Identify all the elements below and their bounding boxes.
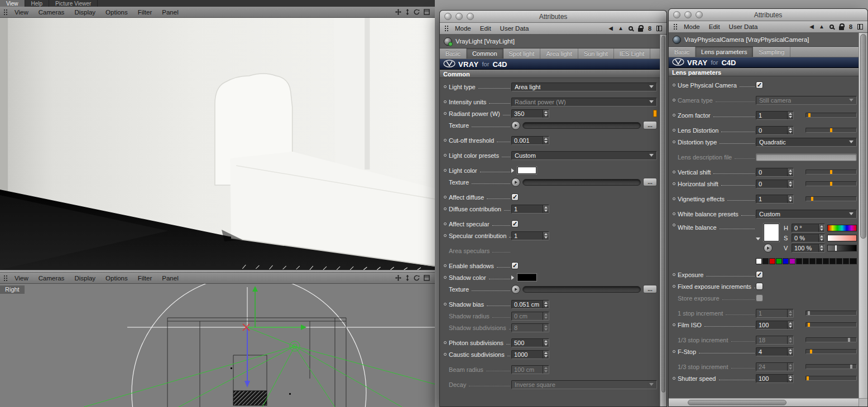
dropdown-camera-type[interactable]: Still camera [756, 96, 857, 105]
menu-options[interactable]: Options [100, 9, 133, 16]
slider-handle[interactable] [811, 197, 813, 201]
expand-icon[interactable] [511, 275, 514, 280]
drag-handle-icon[interactable] [444, 25, 449, 32]
menu-mode[interactable]: Mode [679, 23, 704, 30]
spinner-arrows-icon[interactable] [818, 234, 824, 242]
drag-handle-icon[interactable] [3, 275, 8, 282]
slider-1-stop-increment[interactable] [805, 311, 857, 316]
slider-handle[interactable] [830, 128, 832, 132]
field-film-iso[interactable]: 100 [756, 321, 794, 330]
palette-swatch[interactable] [796, 258, 802, 264]
keyframe-dot[interactable] [673, 84, 675, 86]
lock-icon[interactable] [638, 28, 643, 32]
checkbox-fixed-exposure-increments[interactable] [756, 283, 763, 290]
link-icon[interactable]: 8 [849, 24, 852, 30]
expand-icon[interactable] [756, 238, 760, 240]
field-shutter-speed[interactable]: 100 [756, 374, 794, 383]
menu-panel[interactable]: Panel [157, 9, 183, 16]
field-shadow-subdivisions[interactable]: 8 [511, 323, 549, 332]
menu-mode[interactable]: Mode [450, 25, 476, 32]
menu-display[interactable]: Display [69, 275, 100, 282]
zoom-button[interactable] [467, 13, 474, 20]
minimize-button[interactable] [684, 11, 692, 18]
dropdown-white-balance-presets[interactable]: Custom [756, 210, 857, 219]
keyframe-dot[interactable] [444, 100, 447, 103]
palette-swatch[interactable] [769, 258, 775, 264]
object-row[interactable]: VrayPhysicalCamera [VrayPhysicalCamera] [669, 33, 867, 47]
layout-icon[interactable] [656, 26, 662, 31]
scrollbar-vertical[interactable] [660, 35, 666, 406]
checkbox-store-exposure[interactable] [756, 294, 763, 302]
close-button[interactable] [444, 13, 452, 20]
scrollbar-thumb[interactable] [860, 34, 866, 239]
layout-tab-view[interactable]: View [0, 0, 25, 7]
slider-lens-distortion[interactable] [805, 128, 857, 133]
field-1-3-stop-increment[interactable]: 24 [756, 362, 794, 371]
palette-swatch[interactable] [776, 258, 782, 264]
palette-swatch[interactable] [763, 258, 769, 264]
keyframe-dot[interactable] [444, 234, 447, 237]
tab-sun-light[interactable]: Sun light [578, 49, 614, 59]
tab-lens-parameters[interactable]: Lens parameters [696, 47, 754, 57]
dropdown-decay[interactable]: Inverse square [511, 380, 657, 389]
checkbox-affect-specular[interactable]: ✓ [511, 220, 519, 227]
keyframe-dot[interactable] [444, 139, 447, 142]
checkbox-enable-shadows[interactable]: ✓ [511, 262, 519, 269]
field-vertical-shift[interactable]: 0 [756, 168, 794, 177]
spinner-arrows-icon[interactable] [543, 312, 549, 320]
palette-swatch[interactable] [823, 258, 829, 264]
keyframe-dot[interactable] [444, 222, 447, 225]
tab-basic[interactable]: Basic [440, 49, 467, 59]
drag-handle-icon[interactable] [673, 23, 678, 30]
keyframe-dot[interactable] [673, 323, 675, 326]
slider-handle[interactable] [810, 350, 812, 353]
back-icon[interactable]: ◀ [809, 24, 814, 30]
keyframe-dot[interactable] [444, 196, 447, 198]
dropdown-light-type[interactable]: Area light [511, 83, 657, 91]
palette-swatch[interactable] [789, 258, 795, 264]
white-balance-swatch[interactable] [764, 224, 779, 241]
keyframe-dot[interactable] [673, 285, 675, 288]
field-horizontal-shift[interactable]: 0 [756, 180, 794, 188]
keyframe-dot[interactable] [444, 264, 447, 267]
spinner-arrows-icon[interactable] [543, 366, 549, 374]
spinner-arrows-icon[interactable] [818, 224, 824, 232]
zoom-icon[interactable] [405, 275, 410, 281]
menu-display[interactable]: Display [69, 9, 100, 16]
spinner-arrows-icon[interactable] [543, 301, 549, 308]
slider-1-3-stop-increment[interactable] [805, 337, 857, 342]
spinner-arrows-icon[interactable] [543, 137, 549, 144]
texture-field[interactable] [522, 179, 641, 186]
menu-user-data[interactable]: User Data [496, 25, 534, 32]
palette-swatch[interactable] [816, 258, 822, 264]
perspective-viewport[interactable] [0, 18, 435, 270]
keyframe-dot[interactable] [673, 350, 675, 353]
field-wb-s[interactable]: 0 % [792, 234, 825, 243]
field-caustic-subdivisions[interactable]: 1000 [511, 350, 549, 359]
field-shadow-bias[interactable]: 0.051 cm [511, 300, 549, 309]
field-specular-contribution[interactable]: 1 [511, 231, 549, 240]
palette-swatch[interactable] [783, 258, 789, 264]
object-row[interactable]: VrayLight [VrayLight] [440, 35, 666, 49]
spinner-arrows-icon[interactable] [787, 336, 793, 344]
texture-button[interactable] [511, 178, 520, 187]
zoom-icon[interactable] [405, 9, 410, 15]
palette-swatch[interactable] [843, 258, 849, 264]
keyframe-dot[interactable] [673, 224, 675, 226]
tab-ies-light[interactable]: IES Light [614, 49, 651, 59]
tab-spot-light[interactable]: Spot light [503, 49, 541, 59]
spinner-arrows-icon[interactable] [543, 339, 549, 347]
menu-cameras[interactable]: Cameras [33, 275, 70, 282]
checkbox-exposure[interactable]: ✓ [756, 271, 763, 278]
slider-handle[interactable] [808, 113, 811, 117]
menu-view[interactable]: View [9, 275, 33, 282]
menu-edit[interactable]: Edit [476, 25, 496, 32]
checkbox-affect-diffuse[interactable]: ✓ [511, 193, 519, 201]
dropdown-light-color-presets[interactable]: Custom [511, 151, 657, 160]
gradient-grad-v[interactable] [827, 245, 857, 251]
slider-film-iso[interactable] [805, 322, 857, 327]
texture-button[interactable] [764, 244, 773, 253]
field-lens-distortion[interactable]: 0 [756, 126, 794, 135]
menu-edit[interactable]: Edit [704, 23, 725, 30]
keyframe-dot[interactable] [673, 212, 675, 215]
